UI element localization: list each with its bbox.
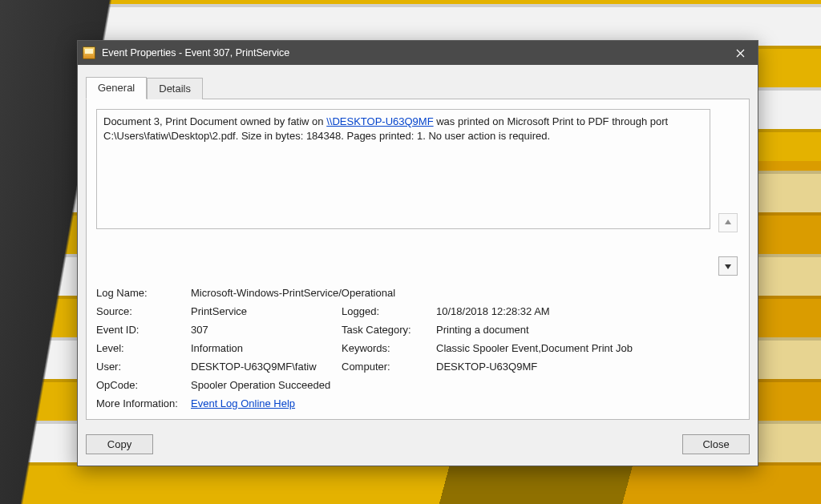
window-title: Event Properties - Event 307, PrintServi… <box>102 47 722 58</box>
user-value: DESKTOP-U63Q9MF\fatiw <box>191 361 335 373</box>
more-info-value: Event Log Online Help <box>191 397 739 409</box>
client-area: General Details Document 3, Print Docume… <box>78 65 758 466</box>
copy-button[interactable]: Copy <box>86 434 153 454</box>
level-label: Level: <box>96 342 184 354</box>
general-panel: Document 3, Print Document owned by fati… <box>86 99 750 420</box>
opcode-label: OpCode: <box>96 379 184 391</box>
log-name-value: Microsoft-Windows-PrintService/Operation… <box>191 287 739 299</box>
keywords-value: Classic Spooler Event,Document Print Job <box>436 342 739 354</box>
source-label: Source: <box>96 305 184 317</box>
fields-grid: Log Name: Microsoft-Windows-PrintService… <box>96 287 739 409</box>
event-description[interactable]: Document 3, Print Document owned by fati… <box>96 109 710 229</box>
button-row: Copy Close <box>86 434 750 454</box>
online-help-link[interactable]: Event Log Online Help <box>191 397 295 409</box>
computer-link[interactable]: \\DESKTOP-U63Q9MF <box>326 115 433 127</box>
arrow-down-icon <box>724 262 732 270</box>
source-value: PrintService <box>191 305 335 317</box>
close-dialog-button[interactable]: Close <box>682 434 750 454</box>
close-icon <box>736 49 745 58</box>
log-name-label: Log Name: <box>96 287 184 299</box>
event-id-value: 307 <box>191 324 335 336</box>
opcode-value: Spooler Operation Succeeded <box>191 379 335 391</box>
computer-label: Computer: <box>342 361 430 373</box>
user-label: User: <box>96 361 184 373</box>
level-value: Information <box>191 342 335 354</box>
more-info-label: More Information: <box>96 397 184 409</box>
arrow-up-icon <box>724 219 732 227</box>
tab-details[interactable]: Details <box>147 78 203 99</box>
tabstrip: General Details <box>86 76 750 99</box>
computer-value: DESKTOP-U63Q9MF <box>436 361 739 373</box>
nav-buttons <box>718 109 739 276</box>
tab-general[interactable]: General <box>86 77 147 99</box>
prev-event-button[interactable] <box>718 213 738 232</box>
next-event-button[interactable] <box>718 256 738 276</box>
logged-label: Logged: <box>342 305 430 317</box>
task-category-value: Printing a document <box>436 324 739 336</box>
app-icon <box>83 46 95 59</box>
desc-text-pre: Document 3, Print Document owned by fati… <box>103 115 326 127</box>
keywords-label: Keywords: <box>342 342 430 354</box>
close-button[interactable] <box>722 41 758 65</box>
logged-value: 10/18/2018 12:28:32 AM <box>436 305 739 317</box>
event-properties-window: Event Properties - Event 307, PrintServi… <box>77 40 758 466</box>
task-category-label: Task Category: <box>342 324 430 336</box>
titlebar[interactable]: Event Properties - Event 307, PrintServi… <box>78 41 758 65</box>
event-id-label: Event ID: <box>96 324 184 336</box>
